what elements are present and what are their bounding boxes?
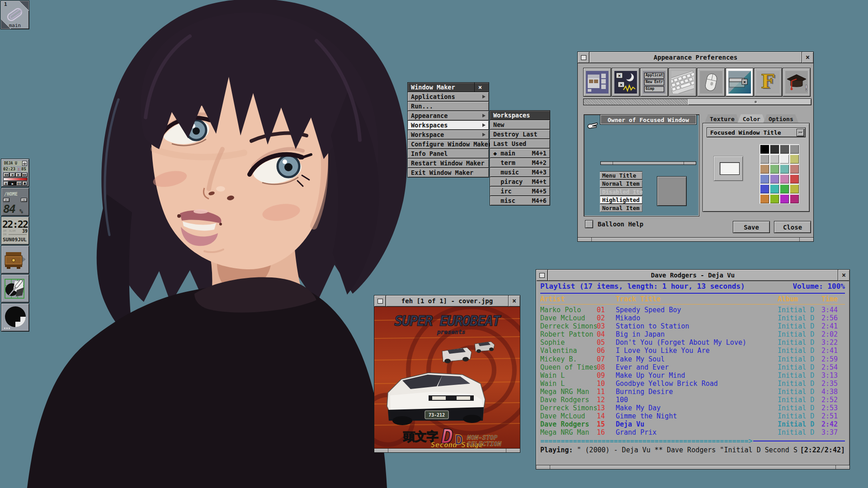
workspaces-menu-item[interactable]: music M4+3 [490, 168, 550, 177]
desktop[interactable]: { "desktop": { "bg": "#5c8290" }, "clip"… [0, 0, 868, 488]
feh-resizebar[interactable] [374, 448, 520, 452]
column-album[interactable]: Album [778, 295, 821, 304]
workspaces-menu-item[interactable]: Destroy Last [490, 130, 550, 139]
miniaturize-button[interactable] [578, 52, 590, 63]
palette-swatch[interactable] [790, 164, 799, 174]
column-artist[interactable]: Artist [540, 295, 616, 304]
music-progress-bar[interactable] [3, 178, 28, 181]
disk-right-arrow-icon[interactable]: → [21, 198, 27, 202]
palette-swatch[interactable] [770, 174, 779, 183]
palette-swatch[interactable] [760, 155, 769, 164]
preview-menu-item[interactable]: Normal Item [600, 180, 642, 188]
workspaces-menu-item[interactable]: New [490, 120, 550, 129]
miniaturize-button[interactable] [374, 296, 386, 306]
color-target-dropdown[interactable]: Focused Window Title [707, 127, 806, 137]
root-menu-item[interactable]: Info Panel [408, 149, 489, 158]
root-menu-item[interactable]: Workspace [408, 130, 489, 139]
dockapp-disk-monitor[interactable]: /HOME ← → 84 % [1, 188, 29, 216]
dropdown-button-icon[interactable] [797, 129, 804, 136]
palette-swatch[interactable] [780, 155, 789, 164]
playlist-row[interactable]: Queen of Times 08 Ever and Ever Initial … [540, 363, 845, 371]
workspaces-menu-item[interactable]: Last Used [490, 139, 550, 148]
preview-menu-item[interactable]: Normal Item [600, 204, 642, 212]
dockapp-music-player[interactable]: DEJA U 02:23 : 85 ◀◀ ◀ ▶ ▶▶ ▲ ▶ ▮▮ ■ [1, 159, 29, 187]
palette-swatch[interactable] [780, 164, 789, 174]
column-time[interactable]: Time [821, 295, 845, 304]
balloon-help-checkbox[interactable] [585, 220, 593, 228]
music-seek-buttons[interactable]: ◀◀ ◀ ▶ ▶▶ [3, 173, 28, 177]
close-button[interactable]: Close [774, 221, 811, 233]
palette-swatch[interactable] [780, 174, 789, 183]
font-icon[interactable]: F F [754, 68, 782, 97]
prefs-tab[interactable]: Options [763, 114, 799, 123]
feh-titlebar[interactable]: feh [1 of 1] - cover.jpg × [374, 296, 520, 307]
workspaces-menu-item[interactable]: misc M4+6 [490, 196, 550, 205]
column-title[interactable]: Track Title [616, 295, 778, 304]
prefs-titlebar[interactable]: Appearance Preferences × [578, 52, 813, 63]
root-menu-item[interactable]: Appearance [408, 111, 489, 120]
palette-swatch[interactable] [780, 184, 789, 193]
palette-swatch[interactable] [770, 194, 779, 203]
palette-swatch[interactable] [780, 145, 789, 154]
root-menu-item[interactable]: Run... [408, 102, 489, 111]
preview-window-button[interactable]: Owner of Focused Window [600, 115, 696, 124]
playlist-row[interactable]: Dave McLoud 14 Gimme the Night Initial D… [540, 412, 845, 420]
disk-left-arrow-icon[interactable]: ← [3, 198, 9, 202]
playlist-row[interactable]: Wain L 09 Make Up Your Mind Initial D 3:… [540, 371, 845, 380]
workspaces-menu-item[interactable]: term M4+2 [490, 158, 550, 167]
palette-swatch[interactable] [790, 194, 799, 203]
appearance-icon[interactable]: × [726, 68, 754, 97]
workspaces-menu-item[interactable]: ◆ main M4+1 [490, 149, 550, 158]
playlist-row[interactable]: Mega NRG Man 16 Grand Prix Initial D 3:3… [540, 428, 845, 436]
playlist-row[interactable]: Derreck Simons 13 Make My Day Initial D … [540, 404, 845, 412]
sound-events-icon[interactable]: × × [612, 68, 640, 97]
playlist-row[interactable]: Derreck Simons 03 Station to Station Ini… [540, 322, 845, 330]
preview-menu-item[interactable]: Disabled Item [600, 188, 642, 196]
dockapp-drawer[interactable] [1, 245, 29, 274]
root-menu-item[interactable]: Configure Window Maker [408, 140, 489, 149]
root-menu-item[interactable]: Restart Window Maker [408, 159, 489, 168]
playlist-row[interactable]: Mega NRG Man 11 Burning Desire Initial D… [540, 388, 845, 396]
expert-icon[interactable]: ! [783, 68, 811, 97]
palette-swatch[interactable] [790, 155, 799, 164]
toolbar-scrollbar-thumb[interactable] [688, 99, 811, 105]
palette-swatch[interactable] [780, 194, 789, 203]
close-button[interactable]: × [802, 52, 813, 63]
root-menu-item[interactable]: Exit Window Maker [408, 168, 489, 177]
preview-menu-item[interactable]: Menu Title [600, 172, 642, 179]
preview-menu-item[interactable]: Highlighted [600, 196, 642, 204]
close-button[interactable]: × [838, 270, 849, 281]
prefs-tab[interactable]: Color [737, 114, 766, 123]
palette-swatch[interactable] [760, 194, 769, 203]
toolbar-scrollbar[interactable] [583, 99, 811, 105]
prefs-tab[interactable]: Texture [704, 114, 740, 123]
playlist-row[interactable]: Valentina 06 I Love You Like You Are Ini… [540, 347, 845, 355]
workspaces-menu-item[interactable]: piracy M4+t [490, 177, 550, 186]
player-resizebar[interactable] [536, 465, 849, 469]
root-menu-title[interactable]: Window Maker × [408, 83, 489, 92]
workspaces-menu-title[interactable]: Workspaces [490, 111, 550, 120]
palette-swatch[interactable] [770, 145, 779, 154]
track-progress[interactable]: ========================================… [540, 437, 845, 445]
playlist-row[interactable]: Mickey B. 07 Take My Soul Initial D 2:59 [540, 355, 845, 363]
window-preferences-icon[interactable] [583, 68, 611, 97]
music-transport-buttons[interactable]: ▲ ▶ ▮▮ ■ [3, 181, 28, 186]
palette-swatch[interactable] [790, 145, 799, 154]
palette-swatch[interactable] [770, 184, 779, 193]
palette-swatch[interactable] [760, 174, 769, 183]
playlist-row[interactable]: Marko Polo 01 Speedy Speed Boy Initial D… [540, 306, 845, 314]
root-menu-item[interactable]: Applications [408, 92, 489, 101]
menu-close-icon[interactable]: × [474, 83, 486, 92]
playlist-row[interactable]: Wain L 10 Goodbye Yellow Brick Road Init… [540, 380, 845, 388]
mouse-icon[interactable] [697, 68, 725, 97]
prefs-resizebar[interactable] [578, 237, 813, 241]
dockapp-config-tool[interactable] [1, 274, 29, 303]
palette-swatch[interactable] [770, 155, 779, 164]
workspaces-menu-item[interactable]: irc M4+5 [490, 187, 550, 196]
palette-swatch[interactable] [790, 184, 799, 193]
palette-swatch[interactable] [760, 145, 769, 154]
close-button[interactable]: × [508, 296, 520, 306]
playlist-row[interactable]: Dave Rodgers 12 100 Initial D 2:52 [540, 396, 845, 404]
playlist-row[interactable]: Sophie 05 Don't You (Forget About My Lov… [540, 338, 845, 347]
playlist-row[interactable]: Robert Patton 04 Big in Japan Initial D … [540, 330, 845, 338]
